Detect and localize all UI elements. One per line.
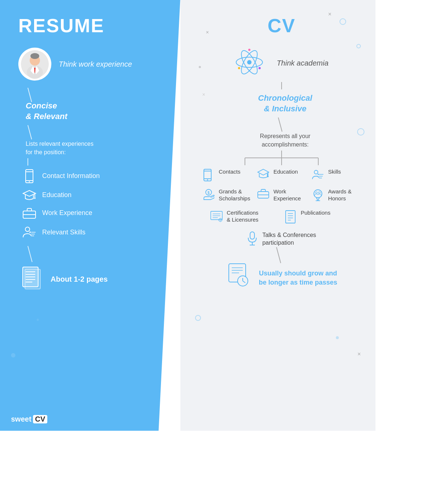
scroll-time-icon xyxy=(226,262,252,289)
cv-award-icon xyxy=(312,188,324,203)
concise-label: Concise& Relevant xyxy=(26,101,166,122)
cv-item-publications: Publications xyxy=(284,209,353,224)
cv-side: × × × × CV xyxy=(180,0,375,431)
svg-point-10 xyxy=(29,181,30,182)
skills-label: Relevant Skills xyxy=(42,229,85,236)
svg-point-33 xyxy=(258,67,261,69)
cv-cert-icon xyxy=(210,209,223,222)
resume-avatar xyxy=(18,48,51,81)
cv-item-skills: Skills xyxy=(312,168,361,181)
grows-label: Usually should grow andbe longer as time… xyxy=(259,269,337,287)
education-label: Education xyxy=(42,191,72,199)
svg-point-46 xyxy=(267,176,269,177)
cv-top-items: Contacts Education xyxy=(202,168,361,181)
cv-grad-icon xyxy=(257,168,270,178)
svg-rect-72 xyxy=(286,211,295,223)
svg-point-51 xyxy=(318,174,319,175)
phone-icon xyxy=(22,169,37,183)
svg-point-31 xyxy=(247,60,252,64)
cv-skills-icon xyxy=(312,168,324,181)
resume-item-education: Education xyxy=(22,190,166,201)
contact-label: Contact Information xyxy=(42,172,100,180)
pages-icon xyxy=(22,266,43,293)
svg-point-58 xyxy=(318,192,320,193)
cv-item-contacts: Contacts xyxy=(202,168,252,181)
cv-mid-items: $ Grands &Scholarships xyxy=(202,188,361,203)
work-experience-label: Work Experience xyxy=(42,209,92,217)
cv-item-work: WorkExperience xyxy=(257,188,306,203)
cv-item-awards: Awards &Honors xyxy=(312,188,361,203)
resume-item-work: Work Experience xyxy=(22,207,166,219)
cv-money-icon: $ xyxy=(202,188,215,201)
cv-title: CV xyxy=(268,15,296,37)
talks-label: Talks & Conferencesparticipation xyxy=(262,231,316,247)
branding-section: sweet CV xyxy=(11,415,47,423)
resume-think-section: Think work experience xyxy=(18,48,166,81)
cv-skills-label: Skills xyxy=(328,168,341,175)
grad-cap-icon xyxy=(22,190,37,201)
grants-label: Grands &Scholarships xyxy=(219,188,250,202)
svg-point-16 xyxy=(25,227,30,231)
svg-point-56 xyxy=(314,190,322,198)
svg-line-59 xyxy=(316,198,318,201)
lists-text: Lists relevant experiencesfor the positi… xyxy=(26,140,166,156)
publications-label: Publications xyxy=(301,209,330,216)
cv-education-label: Education xyxy=(274,168,298,175)
resume-item-contact: Contact Information xyxy=(22,169,166,183)
svg-point-57 xyxy=(315,192,317,193)
cert-label: Certifications& Licensures xyxy=(227,209,258,223)
talks-section: Talks & Conferencesparticipation xyxy=(247,231,316,247)
pages-section: About 1-2 pages xyxy=(22,266,166,293)
cv-phone-icon xyxy=(202,168,215,181)
resume-title: RESUME xyxy=(18,15,166,37)
atom-icon xyxy=(235,48,264,78)
svg-point-32 xyxy=(248,49,250,51)
pages-label: About 1-2 pages xyxy=(51,275,108,284)
cv-briefcase-icon xyxy=(257,188,270,199)
cv-item-grants: $ Grands &Scholarships xyxy=(202,188,252,203)
resume-think-label: Think work experience xyxy=(59,59,132,69)
skills-person-icon xyxy=(22,226,37,240)
cv-book-icon xyxy=(284,209,297,224)
svg-point-6 xyxy=(30,53,39,59)
cv-think-label: Think academia xyxy=(277,58,329,68)
svg-line-60 xyxy=(318,198,319,201)
brand-sweet: sweet xyxy=(11,415,32,423)
cv-lower-items: Certifications& Licensures xyxy=(210,209,353,224)
cv-item-cert: Certifications& Licensures xyxy=(210,209,279,224)
svg-point-47 xyxy=(314,170,318,174)
cv-inner: CV Think academia xyxy=(202,15,361,289)
svg-text:$: $ xyxy=(208,191,210,195)
svg-point-13 xyxy=(34,197,36,199)
svg-rect-78 xyxy=(250,232,254,239)
cv-work-label: WorkExperience xyxy=(274,188,301,202)
represents-text: Represents all youraccomplishments: xyxy=(260,132,311,149)
contacts-label: Contacts xyxy=(219,168,241,175)
resume-side: RESUME xyxy=(0,0,180,431)
awards-label: Awards &Honors xyxy=(328,188,352,202)
svg-point-34 xyxy=(238,67,240,69)
svg-point-67 xyxy=(220,219,221,221)
grows-section: Usually should grow andbe longer as time… xyxy=(226,262,337,289)
svg-point-20 xyxy=(29,231,31,233)
chrono-label: Chronological& Inclusive xyxy=(258,93,312,114)
svg-point-43 xyxy=(207,179,208,180)
briefcase-icon xyxy=(22,207,37,219)
brand-cv: CV xyxy=(33,415,48,423)
resume-items-list: Contact Information Education xyxy=(22,169,166,240)
cv-item-education: Education xyxy=(257,168,306,181)
main-container: RESUME xyxy=(0,0,375,431)
microphone-icon xyxy=(247,231,258,247)
resume-item-skills: Relevant Skills xyxy=(22,226,166,240)
